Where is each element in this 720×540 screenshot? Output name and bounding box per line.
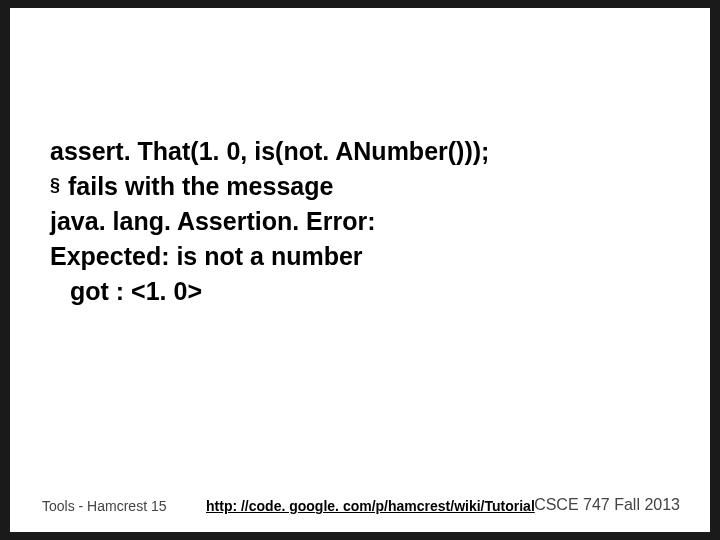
footer-link: http: //code. google. com/p/hamcrest/wik… [206, 498, 535, 514]
slide-footer: Tools - Hamcrest 15 http: //code. google… [10, 490, 710, 514]
footer-left: Tools - Hamcrest 15 [42, 498, 166, 514]
error-line-3: got : <1. 0> [50, 274, 670, 309]
bullet-line: § fails with the message [50, 169, 670, 204]
bullet-text: fails with the message [68, 169, 333, 204]
code-line-1: assert. That(1. 0, is(not. ANumber())); [50, 134, 670, 169]
bullet-icon: § [50, 169, 68, 198]
error-line-1: java. lang. Assertion. Error: [50, 204, 670, 239]
slide: assert. That(1. 0, is(not. ANumber())); … [10, 8, 710, 532]
error-line-2: Expected: is not a number [50, 239, 670, 274]
slide-content: assert. That(1. 0, is(not. ANumber())); … [50, 134, 670, 309]
footer-right: CSCE 747 Fall 2013 [534, 496, 680, 514]
